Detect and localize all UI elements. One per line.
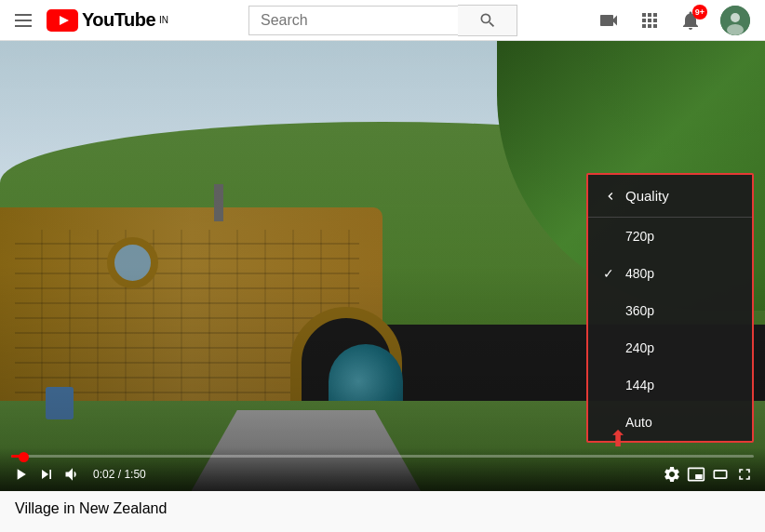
quality-option-720p[interactable]: 720p [588, 218, 752, 255]
volume-button[interactable] [63, 465, 82, 484]
youtube-logo-icon [47, 9, 78, 32]
miniplayer-button[interactable] [687, 465, 705, 484]
video-title: Village in New Zealand [0, 491, 765, 526]
svg-point-4 [727, 24, 744, 35]
quality-option-144p[interactable]: 144p [588, 366, 752, 404]
miniplayer-icon [687, 465, 705, 484]
quality-option-360p[interactable]: 360p [588, 292, 752, 329]
header: YouTubeIN 9+ [0, 0, 765, 41]
youtube-logo-text: YouTube [82, 9, 155, 31]
controls-row: 0:02 / 1:50 [11, 465, 754, 484]
search-button[interactable] [458, 5, 517, 36]
quality-menu-header[interactable]: Quality [588, 175, 752, 218]
fullscreen-icon [735, 465, 754, 484]
theater-mode-button[interactable] [711, 465, 730, 484]
quality-label-auto: Auto [625, 415, 737, 430]
quality-menu: Quality 720p ✓ 480p 360p 240p 144p Auto [586, 173, 754, 443]
red-arrow-indicator: ⬆ [609, 426, 627, 452]
check-icon-240p [603, 340, 618, 355]
back-arrow-icon [603, 189, 618, 204]
play-icon [11, 465, 30, 484]
user-avatar[interactable] [720, 6, 750, 35]
quality-label-240p: 240p [625, 340, 737, 355]
quality-option-240p[interactable]: 240p [588, 329, 752, 366]
search-icon [478, 11, 497, 30]
settings-button[interactable] [663, 465, 681, 484]
quality-label-360p: 360p [625, 303, 737, 318]
svg-point-3 [731, 13, 740, 22]
total-time: 1:50 [124, 468, 145, 481]
theater-icon [711, 465, 730, 484]
next-button[interactable] [37, 465, 56, 484]
search-input[interactable] [248, 6, 458, 35]
check-icon-720p [603, 229, 618, 244]
progress-fill [11, 455, 24, 458]
video-player[interactable]: Quality 720p ✓ 480p 360p 240p 144p Auto … [0, 41, 765, 491]
play-button[interactable] [11, 465, 30, 484]
quality-label-480p: 480p [625, 266, 737, 281]
settings-icon [663, 465, 681, 484]
check-icon-360p [603, 303, 618, 318]
apps-button[interactable] [638, 9, 661, 32]
current-time: 0:02 [93, 468, 114, 481]
youtube-country-badge: IN [159, 15, 168, 25]
quality-label-720p: 720p [625, 229, 737, 244]
create-button[interactable] [597, 9, 620, 32]
right-controls [663, 465, 754, 484]
check-icon-480p: ✓ [603, 266, 618, 281]
check-icon-144p [603, 378, 618, 392]
youtube-logo[interactable]: YouTubeIN [47, 9, 168, 32]
progress-dot [19, 452, 29, 462]
header-actions: 9+ [597, 6, 750, 35]
search-container [248, 5, 517, 36]
quality-menu-title: Quality [625, 188, 669, 204]
fullscreen-button[interactable] [735, 465, 754, 484]
video-controls: 0:02 / 1:50 [0, 447, 765, 491]
next-icon [37, 465, 56, 484]
quality-label-144p: 144p [625, 378, 737, 392]
time-display: 0:02 / 1:50 [93, 468, 146, 481]
notification-badge: 9+ [692, 5, 707, 20]
volume-icon [63, 465, 82, 484]
hamburger-menu-button[interactable] [15, 14, 32, 27]
quality-option-480p[interactable]: ✓ 480p [588, 255, 752, 292]
notifications-button[interactable]: 9+ [679, 9, 702, 32]
progress-bar[interactable] [11, 455, 754, 458]
